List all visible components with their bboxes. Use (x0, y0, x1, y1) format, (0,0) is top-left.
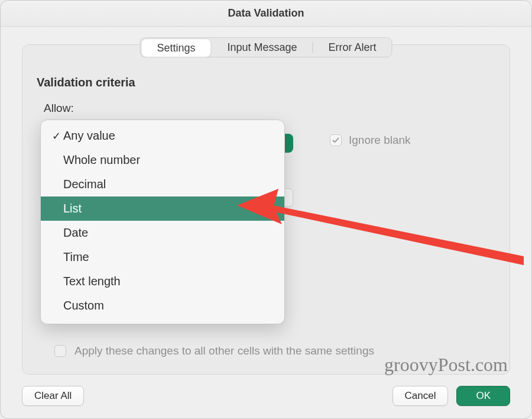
clear-all-button[interactable]: Clear All (22, 386, 84, 406)
apply-changes-row: Apply these changes to all other cells w… (54, 344, 374, 357)
allow-option-label: Custom (63, 299, 104, 312)
allow-option-label: List (63, 202, 82, 215)
tab-error-alert[interactable]: Error Alert (313, 38, 392, 57)
allow-option-label: Time (63, 250, 89, 264)
ok-button[interactable]: OK (456, 386, 510, 406)
dialog-window: Data Validation Validation criteria Allo… (0, 0, 532, 419)
allow-option-label: Any value (63, 129, 115, 143)
allow-option-label: Whole number (63, 153, 140, 167)
allow-option-label: Text length (63, 275, 121, 288)
tabbar: Settings Input Message Error Alert (140, 37, 392, 57)
allow-label: Allow: (44, 102, 74, 115)
button-bar: Clear All Cancel OK (22, 384, 510, 408)
allow-option-whole-number[interactable]: Whole number (41, 148, 284, 172)
apply-changes-checkbox[interactable] (54, 345, 66, 357)
allow-dropdown-menu[interactable]: ✓ Any value Whole number Decimal List Da… (40, 120, 285, 324)
allow-option-text-length[interactable]: Text length (41, 269, 284, 294)
tab-input-message[interactable]: Input Message (212, 38, 312, 57)
allow-option-time[interactable]: Time (41, 245, 284, 269)
content-panel: Validation criteria Allow: Ignore blank … (22, 44, 510, 375)
allow-option-decimal[interactable]: Decimal (41, 172, 284, 196)
dialog-title: Data Validation (1, 1, 531, 27)
section-title-criteria: Validation criteria (37, 76, 135, 89)
allow-option-label: Decimal (63, 178, 106, 191)
checkmark-icon (332, 137, 339, 144)
cancel-button[interactable]: Cancel (392, 386, 449, 406)
allow-option-list[interactable]: List (41, 196, 284, 221)
allow-option-label: Date (63, 226, 88, 240)
allow-option-any-value[interactable]: ✓ Any value (41, 124, 284, 148)
checkmark-icon: ✓ (49, 130, 63, 143)
ignore-blank-label: Ignore blank (349, 134, 411, 147)
allow-option-date[interactable]: Date (41, 221, 284, 245)
ignore-blank-checkbox[interactable] (330, 134, 342, 146)
apply-changes-label: Apply these changes to all other cells w… (74, 344, 374, 357)
allow-option-custom[interactable]: Custom (41, 294, 284, 318)
tab-settings[interactable]: Settings (141, 39, 210, 57)
ignore-blank-row: Ignore blank (330, 134, 411, 147)
